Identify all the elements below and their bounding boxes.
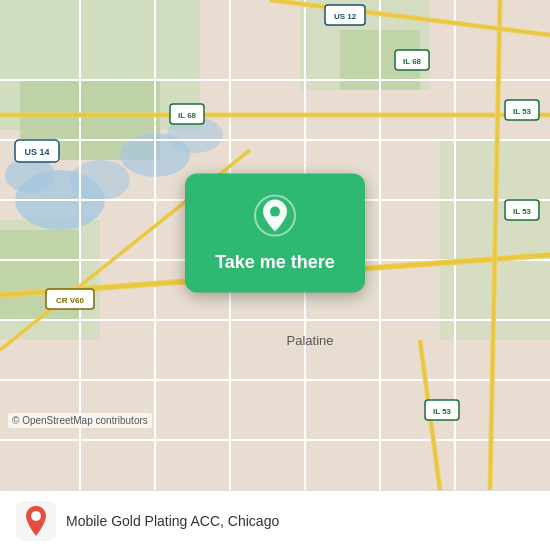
location-pin-icon xyxy=(215,194,335,242)
svg-point-58 xyxy=(270,207,280,217)
map-container: US 14 IL 68 IL 68 US 12 IL 53 IL 53 IL 5… xyxy=(0,0,550,490)
place-name: Mobile Gold Plating ACC, Chicago xyxy=(66,513,279,529)
svg-text:Palatine: Palatine xyxy=(287,333,334,348)
svg-text:US 12: US 12 xyxy=(334,12,357,21)
svg-point-60 xyxy=(31,511,41,521)
map-attribution: © OpenStreetMap contributors xyxy=(8,413,152,428)
svg-text:IL 68: IL 68 xyxy=(178,111,197,120)
take-me-there-card[interactable]: Take me there xyxy=(185,174,365,293)
svg-text:IL 53: IL 53 xyxy=(433,407,452,416)
svg-text:IL 53: IL 53 xyxy=(513,107,532,116)
svg-text:CR V60: CR V60 xyxy=(56,296,85,305)
svg-text:US 14: US 14 xyxy=(24,147,49,157)
take-me-there-button[interactable]: Take me there xyxy=(215,252,335,273)
svg-text:IL 53: IL 53 xyxy=(513,207,532,216)
moovit-logo-icon xyxy=(16,501,56,541)
svg-text:IL 68: IL 68 xyxy=(403,57,422,66)
destination-info: Mobile Gold Plating ACC, Chicago xyxy=(16,501,279,541)
bottom-bar: Mobile Gold Plating ACC, Chicago xyxy=(0,490,550,550)
